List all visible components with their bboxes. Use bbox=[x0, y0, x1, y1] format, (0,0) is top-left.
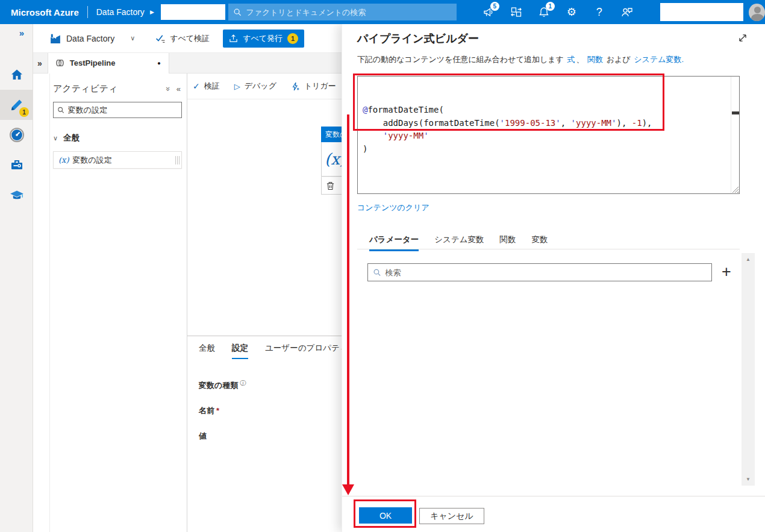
activities-search-input[interactable] bbox=[68, 105, 178, 114]
search-icon bbox=[57, 106, 64, 114]
editor-tab-row: » TestPipeline ● bbox=[33, 53, 342, 74]
validate-button[interactable]: ✓ 検証 bbox=[193, 81, 220, 92]
toolbox-icon bbox=[10, 158, 24, 172]
required-mark: * bbox=[216, 406, 219, 415]
notifications-button[interactable]: 1 bbox=[537, 5, 551, 19]
properties-fields: 変数の種類ⓘ 名前* 値 bbox=[199, 379, 342, 442]
search-icon bbox=[233, 8, 242, 16]
description-comma: 、 bbox=[576, 55, 584, 64]
parameter-search-input[interactable] bbox=[385, 268, 707, 277]
expression-link[interactable]: 式 bbox=[567, 55, 575, 64]
debug-button[interactable]: ▷ デバッグ bbox=[234, 81, 276, 92]
clear-contents-link[interactable]: コンテンツのクリア bbox=[357, 202, 429, 213]
nav-item-monitor[interactable] bbox=[0, 120, 33, 150]
activity-item-label: 変数の設定 bbox=[72, 155, 111, 166]
app-window: Microsoft Azure Data Factory ▶ 5 1 ⚙ bbox=[0, 0, 765, 532]
gear-icon: ⚙ bbox=[567, 7, 576, 17]
field-variable-type: 変数の種類ⓘ bbox=[199, 379, 342, 391]
settings-button[interactable]: ⚙ bbox=[565, 5, 578, 19]
chevron-down-icon[interactable]: ∨ bbox=[130, 34, 135, 42]
tab-user-properties[interactable]: ユーザーのプロパティ bbox=[265, 343, 342, 359]
factory-icon bbox=[50, 33, 61, 44]
switch-directory-button[interactable] bbox=[510, 5, 523, 19]
nav-expand-button[interactable]: » bbox=[0, 24, 33, 38]
product-breadcrumb[interactable]: Data Factory bbox=[96, 7, 145, 17]
search-icon bbox=[373, 268, 381, 277]
avatar-head bbox=[754, 7, 761, 13]
content-scrollbar[interactable]: ▲ ▼ bbox=[742, 253, 755, 486]
tab-label: TestPipeline bbox=[70, 58, 116, 67]
graduation-cap-icon bbox=[9, 187, 25, 203]
publish-all-button[interactable]: すべて発行 1 bbox=[223, 30, 304, 48]
global-search-box[interactable] bbox=[228, 4, 456, 20]
flyout-title: パイプライン式ビルダー bbox=[357, 31, 479, 46]
variable-type-label: 変数の種類 bbox=[199, 381, 238, 390]
info-icon[interactable]: ⓘ bbox=[240, 380, 246, 386]
tab-general[interactable]: 全般 bbox=[199, 343, 215, 359]
node-header[interactable]: 変数の設定 bbox=[321, 127, 342, 142]
help-button[interactable]: ? bbox=[593, 5, 606, 19]
validate-all-label: すべて検証 bbox=[170, 33, 210, 44]
factory-resources-collapsed bbox=[33, 74, 50, 532]
field-value: 値 bbox=[199, 431, 342, 442]
functions-link[interactable]: 関数 bbox=[587, 55, 603, 64]
set-variable-node[interactable]: 変数の設定 (x) bbox=[321, 127, 342, 195]
set-variable-icon: (x) bbox=[325, 150, 342, 168]
azure-top-bar: Microsoft Azure Data Factory ▶ 5 1 ⚙ bbox=[0, 0, 765, 24]
canvas-toolbar: ✓ 検証 ▷ デバッグ トリガー bbox=[187, 74, 342, 99]
global-search-input[interactable] bbox=[246, 8, 451, 17]
home-icon bbox=[10, 67, 24, 82]
scroll-up-icon[interactable]: ▲ bbox=[742, 257, 755, 262]
pipeline-canvas: ✓ 検証 ▷ デバッグ トリガー 変数の設定 (x) 全般 bbox=[187, 74, 342, 532]
announcements-badge: 5 bbox=[490, 2, 499, 11]
activities-header: アクティビティ » « bbox=[53, 83, 182, 95]
avatar[interactable] bbox=[749, 4, 765, 21]
nav-item-learning[interactable] bbox=[0, 180, 33, 210]
account-name-redacted bbox=[660, 3, 743, 21]
expression-editor[interactable]: @formatDateTime( addDays(formatDateTime(… bbox=[357, 76, 740, 194]
cancel-button[interactable]: キャンセル bbox=[419, 508, 484, 524]
expression-code[interactable]: @formatDateTime( addDays(formatDateTime(… bbox=[363, 104, 734, 155]
editor-scrollbar-thumb[interactable] bbox=[732, 111, 739, 114]
nav-item-author[interactable]: 1 bbox=[0, 90, 33, 120]
add-parameter-button[interactable]: + bbox=[718, 263, 735, 281]
publish-icon bbox=[229, 34, 238, 43]
activities-title: アクティビティ bbox=[53, 83, 117, 95]
notifications-badge: 1 bbox=[546, 2, 555, 11]
feedback-button[interactable] bbox=[620, 5, 634, 19]
feedback-icon bbox=[621, 6, 633, 18]
nav-item-manage[interactable] bbox=[0, 150, 33, 180]
diagonal-expand-icon bbox=[737, 33, 748, 43]
scroll-down-icon[interactable]: ▼ bbox=[742, 477, 755, 482]
collapse-panel-icon[interactable]: « bbox=[176, 84, 181, 93]
switch-directory-icon bbox=[510, 6, 522, 18]
azure-brand[interactable]: Microsoft Azure bbox=[11, 7, 79, 17]
activity-item-set-variable[interactable]: (x) 変数の設定 bbox=[53, 151, 182, 169]
tab-testpipeline[interactable]: TestPipeline ● bbox=[48, 53, 169, 74]
activities-header-icons: » « bbox=[166, 84, 181, 93]
activities-section-general[interactable]: ∨ 全般 bbox=[53, 133, 182, 143]
announcements-button[interactable]: 5 bbox=[482, 5, 495, 19]
author-changes-badge: 1 bbox=[19, 107, 29, 117]
nav-item-home[interactable] bbox=[0, 60, 33, 90]
tab-settings[interactable]: 設定 bbox=[232, 343, 248, 359]
trash-icon[interactable] bbox=[326, 181, 335, 190]
drag-handle[interactable] bbox=[175, 156, 180, 164]
add-trigger-label: トリガー bbox=[304, 81, 336, 92]
add-trigger-button[interactable]: トリガー bbox=[291, 81, 336, 92]
expand-flyout-button[interactable] bbox=[737, 33, 748, 46]
parameter-search-box[interactable] bbox=[367, 263, 712, 281]
ok-button[interactable]: OK bbox=[359, 507, 412, 524]
lightning-plus-icon bbox=[291, 82, 300, 91]
system-variables-link[interactable]: システム変数. bbox=[634, 55, 684, 64]
validate-all-button[interactable]: すべて検証 bbox=[155, 33, 210, 44]
gauge-icon bbox=[9, 127, 25, 143]
editor-scrollbar[interactable] bbox=[731, 77, 739, 193]
factory-selector[interactable]: Data Factory bbox=[50, 33, 114, 44]
publish-count-badge: 1 bbox=[287, 33, 298, 44]
activities-search-box[interactable] bbox=[53, 102, 182, 118]
resources-expand-button[interactable]: » bbox=[37, 58, 42, 68]
node-body[interactable]: (x) bbox=[321, 142, 342, 177]
collapse-all-icon[interactable]: » bbox=[164, 87, 173, 91]
validate-label: 検証 bbox=[204, 81, 220, 92]
